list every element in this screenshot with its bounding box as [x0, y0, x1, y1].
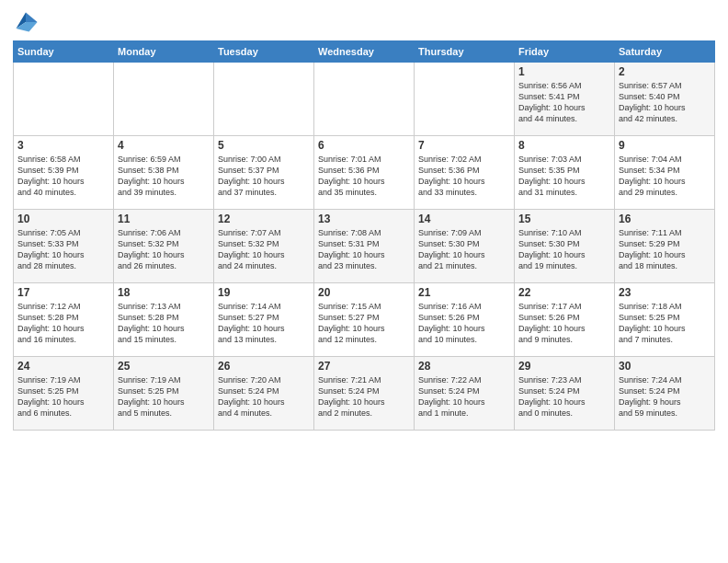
day-cell: 2Sunrise: 6:57 AM Sunset: 5:40 PM Daylig… [615, 63, 715, 136]
day-cell: 16Sunrise: 7:11 AM Sunset: 5:29 PM Dayli… [615, 210, 715, 283]
day-info: Sunrise: 6:56 AM Sunset: 5:41 PM Dayligh… [518, 80, 610, 125]
day-number: 4 [118, 139, 210, 152]
day-cell: 5Sunrise: 7:00 AM Sunset: 5:37 PM Daylig… [214, 136, 314, 210]
day-number: 7 [418, 139, 510, 152]
day-info: Sunrise: 7:05 AM Sunset: 5:33 PM Dayligh… [17, 227, 109, 272]
day-number: 19 [218, 286, 310, 299]
day-cell [14, 63, 114, 136]
day-cell: 30Sunrise: 7:24 AM Sunset: 5:24 PM Dayli… [615, 357, 715, 431]
day-cell: 7Sunrise: 7:02 AM Sunset: 5:36 PM Daylig… [415, 136, 515, 210]
day-info: Sunrise: 7:16 AM Sunset: 5:26 PM Dayligh… [418, 301, 510, 346]
day-cell: 1Sunrise: 6:56 AM Sunset: 5:41 PM Daylig… [515, 63, 615, 136]
day-info: Sunrise: 6:58 AM Sunset: 5:39 PM Dayligh… [17, 154, 109, 199]
day-info: Sunrise: 7:09 AM Sunset: 5:30 PM Dayligh… [418, 227, 510, 272]
header-row: SundayMondayTuesdayWednesdayThursdayFrid… [14, 41, 715, 63]
day-cell: 6Sunrise: 7:01 AM Sunset: 5:36 PM Daylig… [314, 136, 415, 210]
day-info: Sunrise: 7:03 AM Sunset: 5:35 PM Dayligh… [518, 154, 610, 199]
day-number: 3 [17, 139, 109, 152]
day-cell: 9Sunrise: 7:04 AM Sunset: 5:34 PM Daylig… [615, 136, 715, 210]
day-cell: 23Sunrise: 7:18 AM Sunset: 5:25 PM Dayli… [615, 283, 715, 357]
day-info: Sunrise: 7:20 AM Sunset: 5:24 PM Dayligh… [218, 374, 310, 419]
day-info: Sunrise: 7:02 AM Sunset: 5:36 PM Dayligh… [418, 154, 510, 199]
day-info: Sunrise: 7:06 AM Sunset: 5:32 PM Dayligh… [118, 227, 210, 272]
col-header-friday: Friday [515, 41, 615, 63]
day-cell: 11Sunrise: 7:06 AM Sunset: 5:32 PM Dayli… [114, 210, 214, 283]
day-info: Sunrise: 7:13 AM Sunset: 5:28 PM Dayligh… [118, 301, 210, 346]
day-cell: 8Sunrise: 7:03 AM Sunset: 5:35 PM Daylig… [515, 136, 615, 210]
col-header-sunday: Sunday [14, 41, 114, 63]
day-cell: 29Sunrise: 7:23 AM Sunset: 5:24 PM Dayli… [515, 357, 615, 431]
day-number: 11 [118, 213, 210, 225]
day-number: 17 [17, 286, 109, 299]
day-cell: 14Sunrise: 7:09 AM Sunset: 5:30 PM Dayli… [415, 210, 515, 283]
week-row-4: 17Sunrise: 7:12 AM Sunset: 5:28 PM Dayli… [14, 283, 715, 357]
day-info: Sunrise: 7:12 AM Sunset: 5:28 PM Dayligh… [17, 301, 109, 346]
day-cell: 22Sunrise: 7:17 AM Sunset: 5:26 PM Dayli… [515, 283, 615, 357]
day-number: 28 [418, 360, 510, 373]
day-number: 22 [518, 286, 610, 299]
day-info: Sunrise: 7:14 AM Sunset: 5:27 PM Dayligh… [218, 301, 310, 346]
day-number: 18 [118, 286, 210, 299]
day-cell: 20Sunrise: 7:15 AM Sunset: 5:27 PM Dayli… [314, 283, 415, 357]
day-cell: 26Sunrise: 7:20 AM Sunset: 5:24 PM Dayli… [214, 357, 314, 431]
day-number: 6 [318, 139, 410, 152]
day-info: Sunrise: 7:18 AM Sunset: 5:25 PM Dayligh… [619, 301, 711, 346]
day-cell: 19Sunrise: 7:14 AM Sunset: 5:27 PM Dayli… [214, 283, 314, 357]
day-info: Sunrise: 7:10 AM Sunset: 5:30 PM Dayligh… [518, 227, 610, 272]
week-row-5: 24Sunrise: 7:19 AM Sunset: 5:25 PM Dayli… [14, 357, 715, 431]
day-cell: 13Sunrise: 7:08 AM Sunset: 5:31 PM Dayli… [314, 210, 415, 283]
week-row-3: 10Sunrise: 7:05 AM Sunset: 5:33 PM Dayli… [14, 210, 715, 283]
day-info: Sunrise: 6:59 AM Sunset: 5:38 PM Dayligh… [118, 154, 210, 199]
day-cell: 12Sunrise: 7:07 AM Sunset: 5:32 PM Dayli… [214, 210, 314, 283]
day-cell [114, 63, 214, 136]
page-container: SundayMondayTuesdayWednesdayThursdayFrid… [0, 0, 728, 438]
day-info: Sunrise: 7:00 AM Sunset: 5:37 PM Dayligh… [218, 154, 310, 199]
calendar-table: SundayMondayTuesdayWednesdayThursdayFrid… [13, 40, 715, 431]
day-cell: 15Sunrise: 7:10 AM Sunset: 5:30 PM Dayli… [515, 210, 615, 283]
day-number: 25 [118, 360, 210, 373]
week-row-2: 3Sunrise: 6:58 AM Sunset: 5:39 PM Daylig… [14, 136, 715, 210]
col-header-tuesday: Tuesday [214, 41, 314, 63]
day-number: 8 [518, 139, 610, 152]
day-info: Sunrise: 7:21 AM Sunset: 5:24 PM Dayligh… [318, 374, 410, 419]
day-cell: 3Sunrise: 6:58 AM Sunset: 5:39 PM Daylig… [14, 136, 114, 210]
day-cell [314, 63, 415, 136]
day-info: Sunrise: 7:15 AM Sunset: 5:27 PM Dayligh… [318, 301, 410, 346]
day-cell: 18Sunrise: 7:13 AM Sunset: 5:28 PM Dayli… [114, 283, 214, 357]
day-number: 2 [619, 65, 711, 78]
day-cell: 24Sunrise: 7:19 AM Sunset: 5:25 PM Dayli… [14, 357, 114, 431]
day-info: Sunrise: 7:22 AM Sunset: 5:24 PM Dayligh… [418, 374, 510, 419]
day-cell [415, 63, 515, 136]
day-info: Sunrise: 7:17 AM Sunset: 5:26 PM Dayligh… [518, 301, 610, 346]
logo [13, 9, 42, 35]
day-number: 16 [619, 213, 711, 225]
day-cell: 4Sunrise: 6:59 AM Sunset: 5:38 PM Daylig… [114, 136, 214, 210]
day-cell: 10Sunrise: 7:05 AM Sunset: 5:33 PM Dayli… [14, 210, 114, 283]
day-number: 27 [318, 360, 410, 373]
day-cell: 27Sunrise: 7:21 AM Sunset: 5:24 PM Dayli… [314, 357, 415, 431]
day-info: Sunrise: 7:01 AM Sunset: 5:36 PM Dayligh… [318, 154, 410, 199]
day-number: 10 [17, 213, 109, 225]
col-header-monday: Monday [114, 41, 214, 63]
day-cell: 21Sunrise: 7:16 AM Sunset: 5:26 PM Dayli… [415, 283, 515, 357]
day-info: Sunrise: 6:57 AM Sunset: 5:40 PM Dayligh… [619, 80, 711, 125]
day-cell: 17Sunrise: 7:12 AM Sunset: 5:28 PM Dayli… [14, 283, 114, 357]
day-info: Sunrise: 7:19 AM Sunset: 5:25 PM Dayligh… [118, 374, 210, 419]
day-number: 23 [619, 286, 711, 299]
day-number: 21 [418, 286, 510, 299]
day-number: 26 [218, 360, 310, 373]
day-number: 1 [518, 65, 610, 78]
day-number: 12 [218, 213, 310, 225]
day-cell: 25Sunrise: 7:19 AM Sunset: 5:25 PM Dayli… [114, 357, 214, 431]
day-number: 29 [518, 360, 610, 373]
day-number: 13 [318, 213, 410, 225]
col-header-thursday: Thursday [415, 41, 515, 63]
day-info: Sunrise: 7:23 AM Sunset: 5:24 PM Dayligh… [518, 374, 610, 419]
header [13, 9, 715, 35]
day-cell [214, 63, 314, 136]
day-info: Sunrise: 7:11 AM Sunset: 5:29 PM Dayligh… [619, 227, 711, 272]
day-number: 14 [418, 213, 510, 225]
logo-icon [13, 9, 39, 35]
day-number: 24 [17, 360, 109, 373]
col-header-saturday: Saturday [615, 41, 715, 63]
